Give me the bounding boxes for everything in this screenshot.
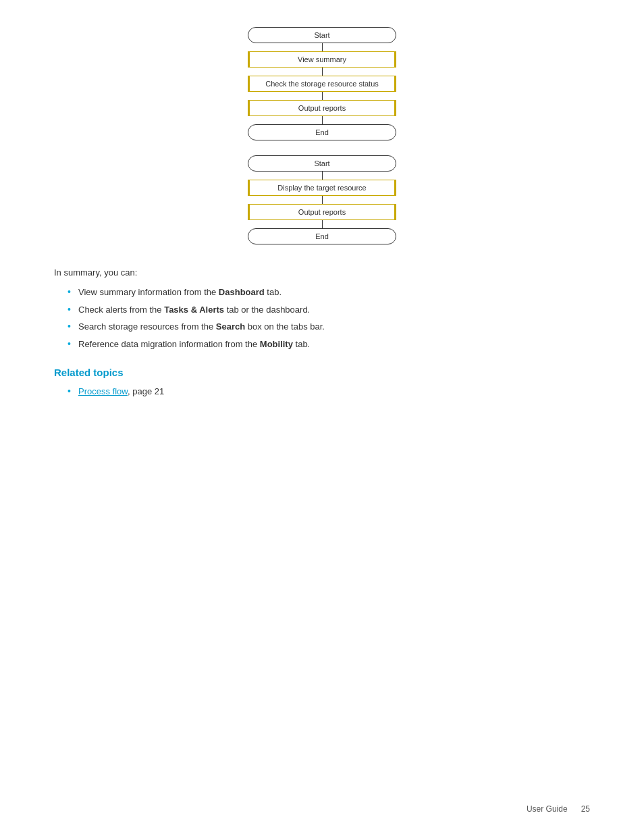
flow-connector [322, 43, 323, 51]
flow-node-view-summary: View summary [248, 51, 396, 68]
related-topic-suffix: , page 21 [128, 386, 164, 396]
process-flow-link[interactable]: Process flow [78, 386, 128, 396]
flowchart-1: Start View summary Check the storage res… [248, 27, 396, 140]
flowchart-container: Start View summary Check the storage res… [54, 27, 590, 249]
flow-connector [322, 196, 323, 204]
related-topics-heading: Related topics [54, 367, 590, 378]
bullet-bold-1: Dashboard [219, 287, 265, 297]
flowchart-2: Start Display the target resource Output… [248, 155, 396, 244]
footer-page: 25 [581, 804, 590, 814]
related-topics-list: Process flow, page 21 [68, 385, 590, 398]
flow-connector [322, 116, 323, 124]
page-footer: User Guide 25 [527, 804, 590, 814]
flow-connector [322, 220, 323, 228]
bullet-text-after-2: tab or the dashboard. [224, 305, 310, 315]
bullet-item-search: Search storage resources from the Search… [68, 320, 590, 334]
bullet-text-after-4: tab. [293, 339, 310, 349]
flow-connector [322, 92, 323, 100]
bullet-item-mobility: Reference data migration information fro… [68, 338, 590, 351]
flow-node-output-reports-1: Output reports [248, 100, 396, 116]
flow-connector [322, 172, 323, 180]
flow-node-display-target: Display the target resource [248, 180, 396, 196]
flow-node-start-2: Start [248, 155, 396, 172]
flow-node-check-storage: Check the storage resource status [248, 76, 396, 92]
summary-list: View summary information from the Dashbo… [68, 286, 590, 350]
bullet-bold-4: Mobility [260, 339, 293, 349]
related-topic-item: Process flow, page 21 [68, 385, 590, 398]
bullet-text-before-1: View summary information from the [78, 287, 219, 297]
flow-node-end-2: End [248, 228, 396, 244]
bullet-text-after-3: box on the tabs bar. [245, 321, 325, 332]
footer-label: User Guide [527, 804, 568, 814]
bullet-text-before-2: Check alerts from the [78, 305, 164, 315]
summary-intro: In summary, you can: [54, 267, 590, 278]
related-topics-section: Related topics Process flow, page 21 [54, 367, 590, 398]
flow-node-start-1: Start [248, 27, 396, 43]
bullet-bold-3: Search [216, 321, 245, 332]
bullet-text-before-3: Search storage resources from the [78, 321, 216, 332]
bullet-item-tasks-alerts: Check alerts from the Tasks & Alerts tab… [68, 303, 590, 317]
flow-node-end-1: End [248, 124, 396, 140]
bullet-text-before-4: Reference data migration information fro… [78, 339, 260, 349]
flow-node-output-reports-2: Output reports [248, 204, 396, 220]
bullet-bold-2: Tasks & Alerts [164, 305, 224, 315]
page-content: Start View summary Check the storage res… [0, 0, 644, 455]
bullet-item-dashboard: View summary information from the Dashbo… [68, 286, 590, 299]
flow-connector [322, 68, 323, 76]
bullet-text-after-1: tab. [265, 287, 281, 297]
